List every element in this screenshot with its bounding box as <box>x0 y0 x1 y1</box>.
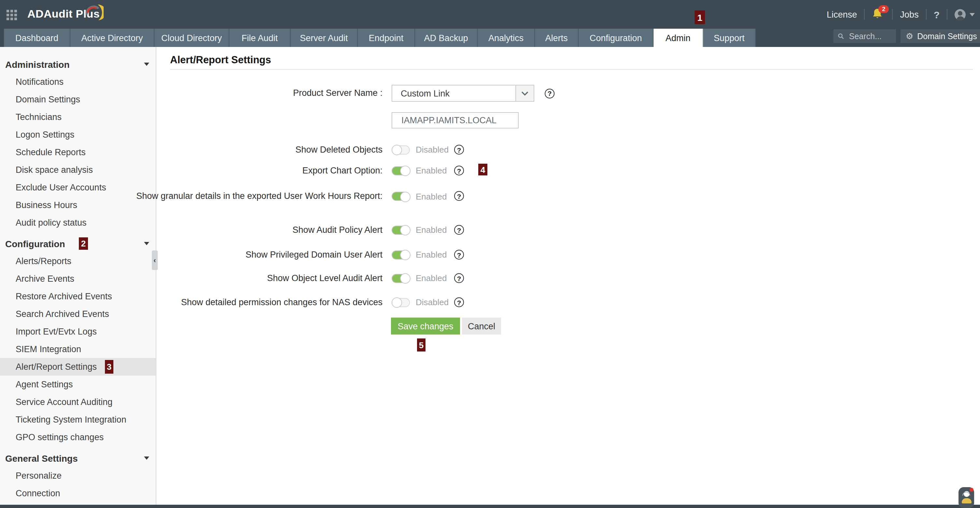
jobs-link[interactable]: Jobs <box>900 10 919 19</box>
custom-link-row <box>0 112 519 128</box>
toggle-state: Enabled <box>416 166 450 176</box>
chat-agent-body <box>961 498 971 503</box>
audit-policy-alert-toggle[interactable] <box>391 226 410 235</box>
app-launcher-icon[interactable] <box>6 10 19 20</box>
tab-endpoint[interactable]: Endpoint <box>358 29 415 47</box>
nas-permission-changes-toggle[interactable] <box>391 298 410 307</box>
toggle-state: Disabled <box>416 145 450 155</box>
custom-link-input[interactable] <box>391 112 519 128</box>
chevron-down-icon <box>970 13 975 16</box>
toggle-state: Enabled <box>416 250 450 260</box>
divider <box>892 9 893 19</box>
search-input[interactable] <box>848 31 896 42</box>
cancel-button[interactable]: Cancel <box>462 318 501 334</box>
nas-permission-changes-row: Show detailed permission changes for NAS… <box>0 297 464 308</box>
bottom-bar <box>0 505 980 508</box>
sidebar-item-import-evt-evtx-logs[interactable]: Import Evt/Evtx Logs <box>0 323 156 340</box>
toggle-knob <box>400 225 410 236</box>
sidebar-item-agent-settings[interactable]: Agent Settings <box>0 375 156 393</box>
annotation-badge-4: 4 <box>478 164 487 176</box>
sidebar-item-ticketing-system-integration[interactable]: Ticketing System Integration <box>0 411 156 428</box>
header-right-cluster: License 2 Jobs ? <box>827 0 975 29</box>
toggle-label: Export Chart Option: <box>0 165 382 176</box>
toggle-state: Enabled <box>416 225 450 235</box>
toggle-knob <box>391 145 402 155</box>
sidebar-item-siem-integration[interactable]: SIEM Integration <box>0 340 156 358</box>
sidebar-item-connection[interactable]: Connection <box>0 484 156 502</box>
tab-support[interactable]: Support <box>703 29 756 47</box>
tab-server-audit[interactable]: Server Audit <box>291 29 358 47</box>
section-title: Administration <box>5 59 70 69</box>
sidebar-section-general-settings[interactable]: General Settings <box>0 449 156 467</box>
toggle-label: Show granular details in the exported Us… <box>0 190 382 202</box>
toggle-state: Enabled <box>416 273 450 283</box>
help-icon[interactable]: ? <box>454 273 464 283</box>
privileged-domain-user-alert-toggle[interactable] <box>391 251 410 260</box>
sidebar-item-gpo-settings-changes[interactable]: GPO settings changes <box>0 428 156 446</box>
tab-cloud-directory[interactable]: Cloud Directory <box>154 29 229 47</box>
tab-configuration[interactable]: Configuration <box>579 29 654 47</box>
sidebar-item-personalize[interactable]: Personalize <box>0 467 156 484</box>
top-header: ADAudit Plus License 2 Jobs ? <box>0 0 980 29</box>
tab-active-directory[interactable]: Active Directory <box>70 29 154 47</box>
help-icon[interactable]: ? <box>545 88 555 98</box>
privileged-domain-user-alert-row: Show Privileged Domain User Alert Enable… <box>0 249 464 260</box>
help-icon[interactable]: ? <box>454 166 464 176</box>
toggle-knob <box>400 166 410 176</box>
product-server-name-label: Product Server Name : <box>0 88 382 99</box>
tab-analytics[interactable]: Analytics <box>477 29 535 47</box>
main-nav-tabs: Dashboard Active Directory Cloud Directo… <box>0 29 980 47</box>
sidebar-item-service-account-auditing[interactable]: Service Account Auditing <box>0 393 156 411</box>
chevron-down-icon <box>521 91 528 96</box>
tab-file-audit[interactable]: File Audit <box>229 29 291 47</box>
annotation-badge-1: 1 <box>695 10 705 24</box>
export-chart-option-row: Export Chart Option: Enabled ? 4 <box>0 165 464 176</box>
license-link[interactable]: License <box>827 10 857 19</box>
adaudit-plus-app: ADAudit Plus License 2 Jobs ? <box>0 0 980 508</box>
chevron-down-icon <box>144 457 149 460</box>
help-icon[interactable]: ? <box>454 250 464 260</box>
domain-settings-button[interactable]: ⚙ Domain Settings <box>900 29 980 43</box>
notifications-bell-icon[interactable]: 2 <box>872 8 885 21</box>
show-deleted-objects-toggle[interactable] <box>391 145 410 155</box>
product-server-name-select[interactable]: Custom Link <box>391 85 534 102</box>
annotation-badge-3: 3 <box>105 360 113 374</box>
tabbar-right-cluster: ⚙ Domain Settings <box>834 29 980 47</box>
tab-ad-backup[interactable]: AD Backup <box>415 29 477 47</box>
toggle-label: Show Object Level Audit Alert <box>0 273 382 284</box>
product-server-name-row: Product Server Name : Custom Link ? <box>0 85 555 102</box>
help-icon[interactable]: ? <box>454 191 464 201</box>
object-level-audit-alert-toggle[interactable] <box>391 274 410 283</box>
gear-icon: ⚙ <box>906 31 913 41</box>
chevron-down-icon <box>144 242 149 245</box>
sidebar-item-alert-report-settings[interactable]: Alert/Report Settings 3 <box>0 358 156 375</box>
toggle-state: Enabled <box>416 192 450 201</box>
user-avatar-icon[interactable] <box>955 9 966 20</box>
logo-swoosh-icon <box>79 3 103 24</box>
save-changes-button[interactable]: Save changes <box>391 318 460 334</box>
tab-alerts[interactable]: Alerts <box>535 29 579 47</box>
account-menu[interactable] <box>955 9 975 20</box>
tab-admin[interactable]: Admin <box>654 29 703 47</box>
search-box[interactable] <box>834 29 896 43</box>
search-icon <box>838 33 844 40</box>
form-actions: Save changes Cancel <box>391 318 501 334</box>
export-chart-option-toggle[interactable] <box>391 166 410 176</box>
granular-details-toggle[interactable] <box>391 192 410 201</box>
help-icon[interactable]: ? <box>454 145 464 155</box>
toggle-label: Show Audit Policy Alert <box>0 224 382 236</box>
help-icon[interactable]: ? <box>454 298 464 307</box>
help-icon[interactable]: ? <box>454 225 464 235</box>
chevron-down-icon <box>144 62 149 66</box>
annotation-badge-5: 5 <box>417 339 425 351</box>
select-dropdown-button[interactable] <box>515 85 534 101</box>
domain-settings-label: Domain Settings <box>917 32 977 41</box>
sidebar-item-logon-settings[interactable]: Logon Settings <box>0 126 156 144</box>
support-chat-widget[interactable] <box>958 487 974 508</box>
header-help-icon[interactable]: ? <box>934 9 940 20</box>
chat-notification-dot <box>970 488 974 492</box>
divider <box>926 9 927 19</box>
sidebar-section-administration[interactable]: Administration <box>0 56 156 73</box>
notification-count-badge: 2 <box>879 5 889 13</box>
tab-dashboard[interactable]: Dashboard <box>4 29 70 47</box>
